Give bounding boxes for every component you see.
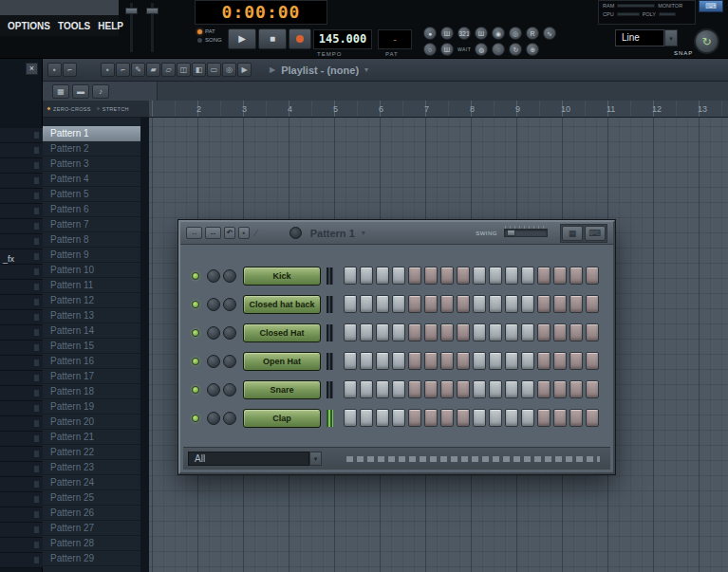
paint-tool-icon[interactable]: ▰ bbox=[146, 63, 160, 77]
pat-label[interactable]: PAT bbox=[205, 28, 215, 34]
step-button[interactable] bbox=[457, 323, 470, 341]
loop-mode-icon[interactable]: ◌ bbox=[492, 43, 505, 56]
step-button[interactable] bbox=[586, 295, 599, 313]
window-detach-icon[interactable]: ⌐ bbox=[63, 63, 77, 77]
mute-playback-icon[interactable]: ○ bbox=[423, 43, 437, 56]
pattern-list-item[interactable]: Pattern 23 bbox=[43, 460, 140, 475]
channel-button[interactable]: Clap bbox=[243, 409, 321, 428]
step-button[interactable] bbox=[505, 267, 518, 285]
step-button[interactable] bbox=[537, 267, 551, 285]
step-button[interactable] bbox=[440, 352, 454, 370]
metronome-icon[interactable]: Ш bbox=[440, 27, 454, 40]
step-button[interactable] bbox=[489, 267, 502, 285]
channel-enable-led[interactable] bbox=[192, 386, 199, 394]
pattern-selector-icon[interactable] bbox=[289, 227, 302, 239]
playlist-title-dropdown-icon[interactable]: ▾ bbox=[364, 65, 368, 74]
playlist-title-group[interactable]: ▶ Playlist - (none) ▾ bbox=[270, 65, 368, 76]
pan-knob[interactable] bbox=[207, 412, 220, 425]
step-button[interactable] bbox=[344, 267, 357, 285]
pattern-list-item[interactable]: Pattern 12 bbox=[43, 293, 140, 308]
pattern-list-item[interactable]: Pattern 29 bbox=[43, 551, 140, 566]
step-button[interactable] bbox=[392, 267, 405, 285]
step-button[interactable] bbox=[457, 352, 470, 370]
step-button[interactable] bbox=[489, 380, 502, 398]
pattern-list-item[interactable]: Pattern 10 bbox=[43, 263, 140, 278]
channel-button[interactable]: Closed hat back bbox=[243, 295, 321, 314]
play-button[interactable]: ▶ bbox=[228, 28, 256, 49]
step-button[interactable] bbox=[376, 267, 389, 285]
channel-enable-led[interactable] bbox=[192, 272, 199, 280]
step-button[interactable] bbox=[586, 323, 599, 341]
step-button[interactable] bbox=[360, 352, 373, 370]
step-button[interactable] bbox=[553, 267, 567, 285]
detach-icon[interactable]: ▪ bbox=[238, 227, 250, 239]
step-button[interactable] bbox=[505, 323, 518, 341]
step-button[interactable] bbox=[553, 295, 567, 313]
step-button[interactable] bbox=[360, 380, 373, 398]
pattern-list-item[interactable]: Pattern 20 bbox=[43, 415, 140, 430]
step-button[interactable] bbox=[392, 352, 405, 370]
line-tool-selector[interactable]: Line bbox=[615, 29, 664, 46]
pattern-list-item[interactable]: Pattern 24 bbox=[43, 475, 140, 490]
step-button[interactable] bbox=[392, 380, 405, 398]
playback-tool-icon[interactable]: ▶ bbox=[237, 63, 252, 77]
timeline-ruler[interactable]: 2345678910111213 bbox=[149, 101, 728, 118]
step-button[interactable] bbox=[489, 295, 502, 313]
pattern-picker-icon[interactable]: ▦ bbox=[52, 84, 69, 99]
step-button[interactable] bbox=[344, 323, 357, 341]
volume-knob[interactable] bbox=[223, 355, 236, 368]
delete-tool-icon[interactable]: ▱ bbox=[161, 63, 176, 77]
step-button[interactable] bbox=[360, 267, 373, 285]
step-button[interactable] bbox=[457, 409, 470, 427]
metronome-small-icon[interactable]: Ш bbox=[440, 43, 454, 56]
step-button[interactable] bbox=[457, 267, 470, 285]
step-button[interactable] bbox=[505, 380, 518, 398]
step-button[interactable] bbox=[440, 380, 454, 398]
pattern-list-item[interactable]: Pattern 2 bbox=[43, 141, 140, 157]
time-display[interactable]: 0:00:00 bbox=[195, 0, 327, 25]
master-volume-slider[interactable] bbox=[129, 2, 134, 53]
volume-knob[interactable] bbox=[223, 269, 236, 283]
pattern-list-item[interactable]: Pattern 14 bbox=[43, 323, 140, 339]
keyboard-editor-icon[interactable]: ⌨ bbox=[585, 226, 606, 241]
pattern-list-item[interactable]: Pattern 7 bbox=[43, 217, 140, 232]
pattern-list-item[interactable]: Pattern 19 bbox=[43, 399, 140, 415]
pattern-list-item[interactable]: Pattern 4 bbox=[43, 172, 140, 187]
step-button[interactable] bbox=[505, 352, 518, 370]
step-button[interactable] bbox=[489, 352, 502, 370]
overdub-icon[interactable]: ◎ bbox=[509, 27, 522, 40]
menu-item-tools[interactable]: TOOLS bbox=[54, 19, 94, 33]
step-button[interactable] bbox=[537, 323, 551, 341]
step-button[interactable] bbox=[521, 409, 534, 427]
menu-item-options[interactable]: OPTIONS bbox=[4, 19, 54, 33]
step-button[interactable] bbox=[489, 409, 502, 427]
pattern-number-display[interactable]: - bbox=[378, 29, 412, 49]
step-button[interactable] bbox=[424, 295, 438, 313]
record-button[interactable] bbox=[289, 28, 311, 49]
step-button[interactable] bbox=[505, 295, 518, 313]
pattern-list-item[interactable]: Pattern 25 bbox=[43, 490, 140, 506]
pat-song-switch[interactable]: PAT SONG bbox=[197, 28, 222, 46]
loop-record-icon[interactable]: ◉ bbox=[492, 27, 505, 40]
step-button[interactable] bbox=[424, 323, 438, 341]
master-volume-handle[interactable] bbox=[125, 8, 138, 14]
step-button[interactable] bbox=[408, 409, 421, 427]
step-button[interactable] bbox=[505, 409, 518, 427]
draw-tool-icon[interactable]: ✎ bbox=[131, 63, 145, 77]
step-edit-icon[interactable]: ∿ bbox=[543, 27, 556, 40]
step-button[interactable] bbox=[408, 352, 421, 370]
step-button[interactable] bbox=[408, 380, 421, 398]
pattern-list-item[interactable]: Pattern 21 bbox=[43, 430, 140, 445]
line-selector-arrow-icon[interactable]: ▾ bbox=[664, 29, 678, 46]
undo-icon[interactable]: ↶ bbox=[224, 227, 235, 239]
step-button[interactable] bbox=[473, 380, 486, 398]
pattern-list-item[interactable]: Pattern 13 bbox=[43, 308, 140, 323]
step-button[interactable] bbox=[408, 323, 421, 341]
step-button[interactable] bbox=[569, 295, 583, 313]
step-button[interactable] bbox=[586, 380, 599, 398]
volume-knob[interactable] bbox=[223, 298, 236, 311]
song-label[interactable]: SONG bbox=[205, 37, 222, 43]
pan-knob[interactable] bbox=[207, 355, 220, 368]
step-button[interactable] bbox=[569, 352, 583, 370]
pattern-list-item[interactable]: Pattern 8 bbox=[43, 232, 140, 248]
